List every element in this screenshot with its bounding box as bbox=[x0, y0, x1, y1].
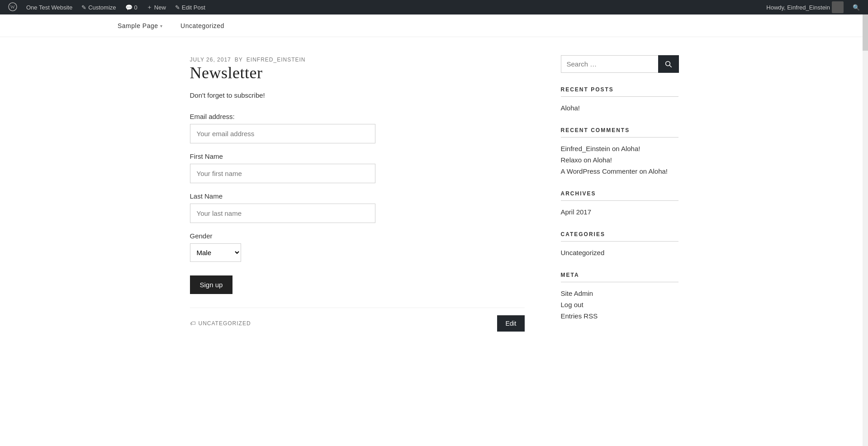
meta-item: Log out bbox=[561, 299, 678, 310]
new-label: New bbox=[154, 4, 166, 11]
comments-button[interactable]: 💬 0 bbox=[122, 0, 141, 14]
site-name-label: One Test Website bbox=[26, 4, 72, 11]
category-link[interactable]: Uncategorized bbox=[561, 249, 605, 256]
new-button[interactable]: ＋ New bbox=[143, 0, 170, 14]
howdy-label: Howdy, Einfred_Einstein bbox=[766, 4, 830, 11]
svg-point-2 bbox=[665, 61, 670, 66]
newsletter-form: Email address: First Name Last Name Gend… bbox=[190, 113, 525, 294]
post-intro: Don't forget to subscribe! bbox=[190, 91, 525, 99]
comment-post-link[interactable]: Aloha! bbox=[593, 156, 612, 164]
first-name-label: First Name bbox=[190, 152, 525, 160]
signup-button[interactable]: Sign up bbox=[190, 275, 233, 294]
admin-search-icon: 🔍 bbox=[853, 4, 860, 11]
comment-post-link[interactable]: Aloha! bbox=[621, 145, 640, 152]
search-button[interactable] bbox=[658, 55, 679, 73]
meta-section: META Site AdminLog outEntries RSS bbox=[561, 272, 678, 322]
site-header: Sample Page ▾ Uncategorized bbox=[0, 14, 868, 37]
search-widget bbox=[561, 55, 678, 73]
post-footer: 🏷 UNCATEGORIZED Edit bbox=[190, 308, 525, 332]
categories-title: CATEGORIES bbox=[561, 231, 678, 242]
comment-post-link[interactable]: Aloha! bbox=[648, 167, 668, 175]
scroll-thumb[interactable] bbox=[863, 14, 868, 51]
recent-comments-section: RECENT COMMENTS Einfred_Einstein on Aloh… bbox=[561, 127, 678, 177]
main-content: JULY 26, 2017 BY EINFRED_EINSTEIN Newsle… bbox=[190, 55, 525, 335]
content-area: JULY 26, 2017 BY EINFRED_EINSTEIN Newsle… bbox=[172, 55, 697, 335]
last-name-label: Last Name bbox=[190, 192, 525, 200]
svg-line-3 bbox=[669, 65, 672, 67]
nav-link-uncategorized[interactable]: Uncategorized bbox=[171, 15, 233, 37]
last-name-input[interactable] bbox=[190, 204, 375, 223]
new-icon: ＋ bbox=[147, 3, 152, 11]
recent-posts-list: Aloha! bbox=[561, 102, 678, 114]
first-name-input[interactable] bbox=[190, 164, 375, 183]
email-group: Email address: bbox=[190, 113, 525, 143]
user-avatar bbox=[832, 1, 844, 13]
meta-title: META bbox=[561, 272, 678, 282]
recent-comments-list: Einfred_Einstein on Aloha!Relaxo on Aloh… bbox=[561, 143, 678, 177]
nav-menu: Sample Page ▾ Uncategorized bbox=[109, 15, 759, 37]
meta-item: Site Admin bbox=[561, 288, 678, 299]
customize-icon: ✎ bbox=[81, 4, 86, 11]
edit-post-button[interactable]: ✎ Edit Post bbox=[171, 0, 209, 14]
chevron-down-icon: ▾ bbox=[160, 24, 163, 28]
categories-icon: 🏷 bbox=[190, 320, 196, 327]
sidebar: RECENT POSTS Aloha! RECENT COMMENTS Einf… bbox=[561, 55, 678, 335]
post-categories: 🏷 UNCATEGORIZED bbox=[190, 320, 251, 327]
recent-post-link[interactable]: Aloha! bbox=[561, 104, 580, 112]
recent-comment-item: Relaxo on Aloha! bbox=[561, 154, 678, 166]
search-input[interactable] bbox=[561, 55, 658, 73]
archive-item: April 2017 bbox=[561, 206, 678, 218]
categories-section: CATEGORIES Uncategorized bbox=[561, 231, 678, 258]
post-author: EINFRED_EINSTEIN bbox=[247, 57, 306, 63]
last-name-group: Last Name bbox=[190, 192, 525, 223]
post-date: JULY 26, 2017 bbox=[190, 57, 231, 63]
archives-section: ARCHIVES April 2017 bbox=[561, 190, 678, 218]
archives-title: ARCHIVES bbox=[561, 190, 678, 201]
recent-comment-item: A WordPress Commenter on Aloha! bbox=[561, 166, 678, 177]
category-label: UNCATEGORIZED bbox=[199, 320, 251, 327]
svg-text:W: W bbox=[10, 4, 15, 9]
meta-list: Site AdminLog outEntries RSS bbox=[561, 288, 678, 322]
edit-post-icon: ✎ bbox=[175, 4, 180, 11]
admin-search-button[interactable]: 🔍 bbox=[849, 0, 863, 14]
meta-link[interactable]: Log out bbox=[561, 301, 583, 308]
customize-label: Customize bbox=[88, 4, 116, 11]
meta-item: Entries RSS bbox=[561, 310, 678, 322]
comments-icon: 💬 bbox=[125, 4, 133, 11]
comment-author-link[interactable]: Einfred_Einstein bbox=[561, 145, 610, 152]
scrollbar[interactable] bbox=[863, 14, 868, 353]
howdy-user[interactable]: Howdy, Einfred_Einstein bbox=[763, 0, 847, 14]
meta-link[interactable]: Entries RSS bbox=[561, 312, 598, 320]
recent-comment-item: Einfred_Einstein on Aloha! bbox=[561, 143, 678, 154]
customize-button[interactable]: ✎ Customize bbox=[78, 0, 119, 14]
site-nav: Sample Page ▾ Uncategorized bbox=[18, 14, 850, 37]
comment-author-link[interactable]: A WordPress Commenter bbox=[561, 167, 638, 175]
comment-author-link[interactable]: Relaxo bbox=[561, 156, 582, 164]
nav-item-uncategorized[interactable]: Uncategorized bbox=[171, 15, 233, 37]
wp-logo-button[interactable]: W bbox=[5, 0, 21, 14]
edit-button[interactable]: Edit bbox=[497, 315, 524, 332]
recent-posts-title: RECENT POSTS bbox=[561, 86, 678, 97]
recent-posts-section: RECENT POSTS Aloha! bbox=[561, 86, 678, 114]
post-meta: JULY 26, 2017 BY EINFRED_EINSTEIN bbox=[190, 55, 525, 63]
nav-link-sample-page[interactable]: Sample Page ▾ bbox=[109, 15, 171, 37]
first-name-group: First Name bbox=[190, 152, 525, 183]
meta-link[interactable]: Site Admin bbox=[561, 289, 593, 297]
category-item: Uncategorized bbox=[561, 247, 678, 258]
site-name-button[interactable]: One Test Website bbox=[23, 0, 76, 14]
wp-logo-icon: W bbox=[8, 2, 17, 13]
search-icon bbox=[664, 60, 673, 68]
email-input[interactable] bbox=[190, 124, 375, 143]
categories-list: Uncategorized bbox=[561, 247, 678, 258]
admin-bar: W One Test Website ✎ Customize 💬 0 ＋ New… bbox=[0, 0, 868, 14]
gender-select[interactable]: Male Female Other bbox=[190, 243, 241, 262]
recent-comments-title: RECENT COMMENTS bbox=[561, 127, 678, 138]
recent-post-item: Aloha! bbox=[561, 102, 678, 114]
comments-count: 0 bbox=[134, 4, 138, 11]
nav-item-sample-page[interactable]: Sample Page ▾ bbox=[109, 15, 171, 37]
email-label: Email address: bbox=[190, 113, 525, 120]
archive-link[interactable]: April 2017 bbox=[561, 208, 592, 216]
post-title: Newsletter bbox=[190, 63, 525, 82]
gender-label: Gender bbox=[190, 232, 525, 240]
edit-post-label: Edit Post bbox=[182, 4, 205, 11]
